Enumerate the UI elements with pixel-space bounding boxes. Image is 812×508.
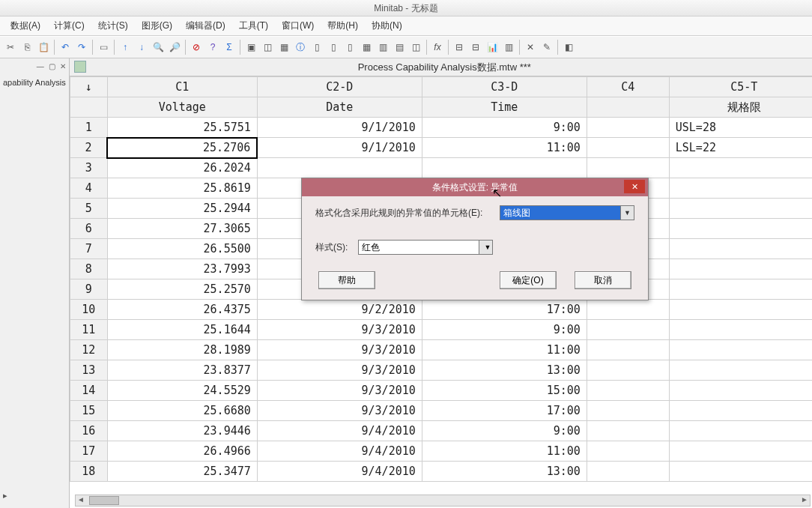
window3-icon[interactable]: ▦ (276, 40, 291, 55)
rule-combobox[interactable]: 箱线图 ▼ (500, 205, 634, 220)
cell[interactable]: 11:00 (422, 441, 587, 462)
cell[interactable]: 15:00 (422, 381, 587, 401)
col-header-c5[interactable]: C5-T (669, 77, 812, 97)
col-header-c3[interactable]: C3-D (422, 77, 587, 97)
cell[interactable] (422, 158, 587, 178)
project-tree-item[interactable]: apability Analysis (0, 73, 69, 91)
cell[interactable]: 13:00 (422, 462, 587, 482)
col-header-c1[interactable]: C1 (107, 77, 257, 97)
doc2-icon[interactable]: ▯ (326, 40, 341, 55)
cell[interactable]: 11:00 (422, 340, 587, 360)
cell[interactable] (587, 320, 669, 340)
col-name-c1[interactable]: Voltage (107, 97, 257, 118)
cell[interactable] (587, 138, 669, 158)
cell[interactable] (587, 421, 669, 441)
wand-icon[interactable]: ✎ (539, 40, 554, 55)
cell[interactable]: 26.4375 (107, 300, 257, 320)
doc3-icon[interactable]: ▯ (342, 40, 357, 55)
undo-icon[interactable]: ↶ (58, 40, 73, 55)
cell[interactable]: 25.3477 (107, 462, 257, 482)
cell[interactable]: 13:00 (422, 360, 587, 381)
chevron-down-icon[interactable]: ▼ (620, 206, 634, 220)
cell[interactable]: 9/3/2010 (257, 360, 422, 381)
cell[interactable]: 23.7993 (107, 259, 257, 279)
grid2-icon[interactable]: ▥ (375, 40, 390, 55)
cell[interactable] (587, 300, 669, 320)
redo-icon[interactable]: ↷ (74, 40, 89, 55)
help-button[interactable]: 帮助 (318, 271, 375, 289)
cell[interactable] (669, 320, 812, 340)
bars-icon[interactable]: ▥ (501, 40, 516, 55)
cell[interactable]: 9/1/2010 (257, 118, 422, 138)
help-icon[interactable]: ? (205, 40, 220, 55)
cell[interactable]: 11:00 (422, 138, 587, 158)
cell[interactable] (257, 158, 422, 178)
row-header[interactable]: 7 (70, 239, 107, 259)
chevron-down-icon[interactable]: ▼ (479, 241, 492, 254)
cell[interactable] (669, 259, 812, 279)
row-header[interactable]: 3 (70, 158, 107, 178)
cell[interactable]: 25.5751 (107, 118, 257, 138)
cell[interactable] (669, 219, 812, 239)
tree1-icon[interactable]: ⊟ (452, 40, 467, 55)
cell[interactable]: 9/1/2010 (257, 138, 422, 158)
cell[interactable] (587, 158, 669, 178)
cell[interactable] (587, 462, 669, 482)
menu-assist[interactable]: 协助(N) (372, 19, 402, 32)
row-header[interactable]: 10 (70, 300, 107, 320)
menu-graph[interactable]: 图形(G) (142, 19, 172, 32)
row-header[interactable]: 2 (70, 138, 107, 158)
row-header[interactable]: 1 (70, 118, 107, 138)
info-icon[interactable]: Σ (222, 40, 237, 55)
cancel-button[interactable]: 取消 (575, 271, 631, 289)
cell[interactable]: 25.6680 (107, 401, 257, 421)
cell[interactable]: 9/3/2010 (257, 320, 422, 340)
cell[interactable]: 9:00 (422, 320, 587, 340)
horizontal-scrollbar[interactable] (75, 495, 811, 507)
minimize-icon[interactable]: — (37, 62, 44, 70)
fx-icon[interactable]: fx (430, 40, 445, 55)
cell[interactable]: 26.5500 (107, 239, 257, 259)
cell[interactable] (669, 158, 812, 178)
cell[interactable] (669, 239, 812, 259)
cell[interactable] (669, 381, 812, 401)
tree2-icon[interactable]: ⊟ (468, 40, 483, 55)
menu-tools[interactable]: 工具(T) (239, 19, 268, 32)
row-header[interactable]: 6 (70, 219, 107, 239)
dialog-title-bar[interactable]: 条件格式设置: 异常值 ✕ (302, 178, 648, 196)
compass-icon[interactable]: ✕ (523, 40, 538, 55)
cell[interactable]: 25.2706 (107, 138, 257, 158)
cell[interactable]: 9/4/2010 (257, 441, 422, 462)
menu-window[interactable]: 窗口(W) (282, 19, 314, 32)
cell[interactable] (669, 401, 812, 421)
cell[interactable]: 9/4/2010 (257, 462, 422, 482)
grid3-icon[interactable]: ▤ (392, 40, 407, 55)
cell[interactable]: 25.1644 (107, 320, 257, 340)
cell[interactable] (587, 381, 669, 401)
cell[interactable] (669, 360, 812, 381)
cell[interactable] (669, 300, 812, 320)
row-header[interactable]: 17 (70, 441, 107, 462)
cut-icon[interactable]: ✂ (3, 40, 18, 55)
row-header[interactable]: 9 (70, 279, 107, 300)
grid4-icon[interactable]: ◫ (408, 40, 423, 55)
col-name-c5[interactable]: 规格限 (669, 97, 812, 118)
cell[interactable] (669, 178, 812, 199)
cell[interactable]: 25.8619 (107, 178, 257, 199)
copy-icon[interactable]: ⎘ (19, 40, 34, 55)
row-header[interactable]: 5 (70, 199, 107, 219)
cell[interactable]: 9:00 (422, 421, 587, 441)
cell[interactable]: 24.5529 (107, 381, 257, 401)
cell[interactable] (669, 199, 812, 219)
cell[interactable]: 28.1989 (107, 340, 257, 360)
cell[interactable]: 23.9446 (107, 421, 257, 441)
left-close-icon[interactable]: ✕ (60, 62, 66, 70)
window2-icon[interactable]: ◫ (260, 40, 275, 55)
new-icon[interactable]: ▭ (96, 40, 111, 55)
cell[interactable]: 25.2570 (107, 279, 257, 300)
cell[interactable] (669, 421, 812, 441)
cell[interactable]: 9/3/2010 (257, 340, 422, 360)
cell[interactable]: 9/4/2010 (257, 421, 422, 441)
expand-arrow-icon[interactable]: ▸ (3, 491, 7, 501)
restore-icon[interactable]: ▢ (49, 62, 55, 70)
